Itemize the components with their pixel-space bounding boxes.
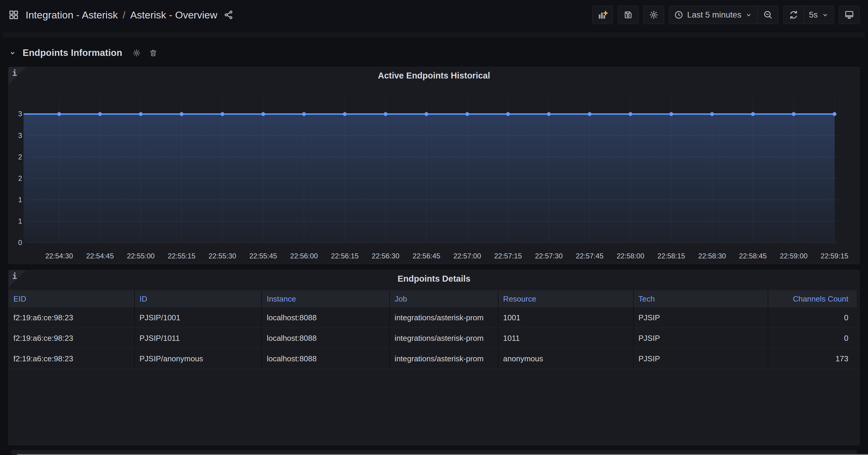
cell-tech: PJSIP <box>634 328 769 348</box>
cell-tech: PJSIP <box>634 307 769 328</box>
x-axis-labels: 22:54:3022:54:4522:55:0022:55:1522:55:30… <box>45 252 848 260</box>
cell-eid: f2:19:a6:ce:98:23 <box>9 307 135 328</box>
refresh-button[interactable] <box>783 6 804 24</box>
data-point[interactable] <box>57 112 61 116</box>
cell-id: PJSIP/anonymous <box>135 349 262 369</box>
cell-job: integrations/asterisk-prom <box>390 307 498 328</box>
data-point[interactable] <box>425 112 429 116</box>
table-row: f2:19:a6:ce:98:23PJSIP/1001localhost:808… <box>9 307 857 328</box>
refresh-interval-dropdown[interactable]: 5s <box>804 6 834 24</box>
breadcrumb-folder[interactable]: Integration - Asterisk <box>26 9 118 21</box>
data-point[interactable] <box>751 112 755 116</box>
column-header-tech[interactable]: Tech <box>634 290 769 307</box>
y-tick-label: 1 <box>18 217 22 225</box>
y-tick-label: 2 <box>18 174 22 182</box>
refresh-controls: 5s <box>783 6 834 24</box>
series-area <box>24 114 834 243</box>
data-point[interactable] <box>547 112 551 116</box>
x-tick-label: 22:59:15 <box>821 252 848 260</box>
column-header-job[interactable]: Job <box>390 290 498 307</box>
x-tick-label: 22:55:45 <box>249 252 277 260</box>
nav-left: Integration - Asterisk / Asterisk - Over… <box>8 9 233 21</box>
y-tick-label: 1 <box>18 196 22 204</box>
cell-job: integrations/asterisk-prom <box>390 349 498 369</box>
table-row: f2:19:a6:ce:98:23PJSIP/1011localhost:808… <box>9 328 857 349</box>
data-point[interactable] <box>833 112 836 116</box>
data-point[interactable] <box>220 112 224 116</box>
cell-instance: localhost:8088 <box>262 349 390 369</box>
x-tick-label: 22:58:45 <box>739 252 767 260</box>
data-point[interactable] <box>792 112 796 116</box>
row-header-endpoints-information[interactable]: Endpoints Information <box>8 44 157 61</box>
row-delete-trash-icon[interactable] <box>149 49 157 57</box>
endpoints-table: EIDIDInstanceJobResourceTechChannels Cou… <box>9 290 857 369</box>
save-icon <box>623 10 633 20</box>
grafana-dashboard: Integration - Asterisk / Asterisk - Over… <box>0 0 868 455</box>
row-collapse-chevron-icon[interactable] <box>8 49 17 57</box>
x-tick-label: 22:57:30 <box>535 252 563 260</box>
table-row: f2:19:a6:ce:98:23PJSIP/anonymouslocalhos… <box>9 349 857 369</box>
data-point[interactable] <box>710 112 714 116</box>
x-tick-label: 22:56:00 <box>290 252 318 260</box>
x-tick-label: 22:56:30 <box>372 252 399 260</box>
data-point[interactable] <box>628 112 632 116</box>
column-header-instance[interactable]: Instance <box>262 290 390 307</box>
row-actions <box>132 49 157 57</box>
timeseries-chart[interactable]: 332211022:54:3022:54:4522:55:0022:55:152… <box>9 67 859 264</box>
cell-resource: 1001 <box>498 307 634 328</box>
data-point[interactable] <box>180 112 184 116</box>
cell-job: integrations/asterisk-prom <box>390 328 498 348</box>
data-point[interactable] <box>261 112 265 116</box>
column-header-resource[interactable]: Resource <box>498 290 634 307</box>
cell-id: PJSIP/1001 <box>135 307 262 328</box>
row-title[interactable]: Endpoints Information <box>23 47 122 58</box>
cell-tech: PJSIP <box>634 349 769 369</box>
breadcrumb-dashboard-title[interactable]: Asterisk - Overview <box>130 9 217 21</box>
table-panel-title[interactable]: Endpoints Details <box>9 274 859 284</box>
x-tick-label: 22:57:45 <box>576 252 603 260</box>
add-panel-button[interactable] <box>592 6 613 24</box>
refresh-interval-label: 5s <box>809 10 818 20</box>
row-settings-gear-icon[interactable] <box>132 49 141 57</box>
y-axis-labels: 3322110 <box>18 110 22 247</box>
save-dashboard-button[interactable] <box>618 6 639 24</box>
add-panel-icon <box>597 10 608 20</box>
x-tick-label: 22:58:15 <box>657 252 685 260</box>
x-tick-label: 22:54:30 <box>45 252 73 260</box>
clock-icon <box>674 10 683 20</box>
tv-mode-button[interactable] <box>839 6 860 24</box>
x-tick-label: 22:58:30 <box>698 252 726 260</box>
share-icon[interactable] <box>224 10 233 20</box>
data-point[interactable] <box>302 112 306 116</box>
data-point[interactable] <box>98 112 102 116</box>
cell-channels-count: 0 <box>768 307 857 328</box>
time-controls: Last 5 minutes <box>669 6 778 24</box>
data-point[interactable] <box>383 112 388 116</box>
table-header-row: EIDIDInstanceJobResourceTechChannels Cou… <box>9 290 857 307</box>
cell-channels-count: 173 <box>768 349 857 369</box>
nav-toolbar: Last 5 minutes <box>592 6 860 24</box>
zoom-out-time-button[interactable] <box>757 6 778 24</box>
column-header-eid[interactable]: EID <box>9 290 135 307</box>
data-point[interactable] <box>139 112 143 116</box>
dashboard-settings-button[interactable] <box>643 6 664 24</box>
data-point[interactable] <box>588 112 592 116</box>
data-point[interactable] <box>343 112 347 116</box>
data-point[interactable] <box>669 112 673 116</box>
y-tick-label: 0 <box>18 238 22 247</box>
time-range-picker[interactable]: Last 5 minutes <box>669 6 757 24</box>
x-tick-label: 22:55:15 <box>168 252 195 260</box>
column-header-channels-count[interactable]: Channels Count <box>768 290 857 307</box>
x-tick-label: 22:56:15 <box>331 252 359 260</box>
chevron-down-icon <box>821 11 829 19</box>
x-tick-label: 22:55:00 <box>127 252 155 260</box>
column-header-id[interactable]: ID <box>135 290 262 307</box>
x-tick-label: 22:57:00 <box>454 252 481 260</box>
data-point[interactable] <box>506 112 510 116</box>
data-point[interactable] <box>465 112 469 116</box>
time-range-label: Last 5 minutes <box>687 10 741 20</box>
apps-grid-icon[interactable] <box>8 9 19 20</box>
cell-eid: f2:19:a6:ce:98:23 <box>9 328 135 348</box>
x-tick-label: 22:57:15 <box>494 252 522 260</box>
y-tick-label: 3 <box>18 131 22 139</box>
